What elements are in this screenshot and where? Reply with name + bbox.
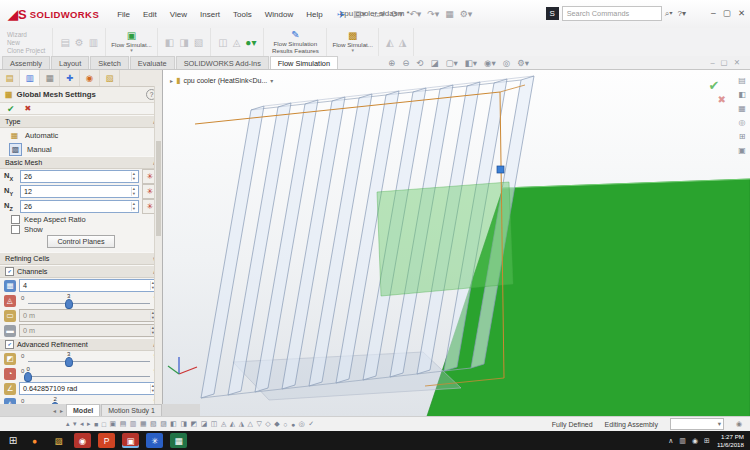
flow-tool-button[interactable]: ▾: [73, 420, 77, 428]
panel-tab-features[interactable]: ▤: [0, 70, 20, 86]
tree-caret-icon[interactable]: ▾: [270, 77, 273, 84]
flow-tool-button[interactable]: ✓: [308, 420, 314, 428]
domain-resize-handle[interactable]: [497, 166, 504, 173]
ribbon-icon-button[interactable]: ◧: [165, 37, 174, 48]
command-tab[interactable]: Assembly: [2, 56, 50, 69]
flow-results-features-button[interactable]: ✎ Flow Simulation Results Features: [264, 28, 327, 56]
flow-tool-button[interactable]: ◫: [211, 420, 218, 428]
spinner[interactable]: ▴▾: [131, 187, 135, 196]
flow-simulation-button-2[interactable]: ▩ Flow Simulat... ▾: [327, 28, 379, 56]
menu-item[interactable]: View: [164, 8, 193, 21]
section-type[interactable]: Type ∧: [0, 115, 162, 128]
flow-tool-button[interactable]: ◧: [170, 420, 177, 428]
window-control-button[interactable]: ▢: [723, 8, 731, 18]
flow-tool-button[interactable]: ▽: [256, 420, 261, 428]
search-input[interactable]: Search Commands: [562, 6, 662, 21]
flow-tool-button[interactable]: ▣: [110, 420, 117, 428]
panel-scrollbar[interactable]: [154, 86, 162, 404]
show-row[interactable]: Show: [0, 224, 162, 234]
flow-tool-button[interactable]: ○: [283, 421, 287, 428]
dock-tool-button[interactable]: ◎: [739, 118, 746, 127]
panel-tab-configurations[interactable]: ▦: [40, 70, 60, 86]
scrollbar-thumb[interactable]: [156, 141, 161, 236]
section-channels[interactable]: ✔ Channels ∧: [0, 265, 162, 278]
panel-tab-flow-analysis[interactable]: ▧: [100, 70, 120, 86]
flow-tool-button[interactable]: ◂: [80, 420, 84, 428]
flow-tool-button[interactable]: ◩: [191, 420, 198, 428]
flow-tool-button[interactable]: ◭: [230, 420, 235, 428]
menu-item[interactable]: Window: [259, 8, 299, 21]
taskbar-app-app-red-2[interactable]: ▣: [122, 433, 139, 448]
command-tab[interactable]: Layout: [51, 56, 89, 69]
view-tool-button[interactable]: ⚙▾: [517, 58, 529, 68]
flow-tool-button[interactable]: ◪: [201, 420, 208, 428]
3d-model-canvas[interactable]: [163, 70, 750, 416]
view-tool-button[interactable]: ◉▾: [484, 58, 496, 68]
curvature-slider[interactable]: 0 9 0: [20, 367, 158, 380]
view-tool-button[interactable]: ▢▾: [445, 58, 457, 68]
window-control-button[interactable]: –: [711, 8, 716, 18]
view-tool-button[interactable]: ⊖: [402, 58, 409, 68]
keep-aspect-ratio-row[interactable]: Keep Aspect Ratio: [0, 214, 162, 224]
ribbon-icon-button[interactable]: ◭: [386, 37, 394, 48]
flow-tool-button[interactable]: ◆: [274, 420, 279, 428]
command-tab[interactable]: Flow Simulation: [270, 56, 338, 69]
flow-tool-button[interactable]: ▥: [130, 420, 137, 428]
dock-tool-button[interactable]: ▤: [738, 76, 746, 85]
control-planes-button[interactable]: Control Planes: [47, 235, 114, 248]
spinner[interactable]: ▴▾: [131, 202, 135, 211]
nz-input[interactable]: 26 ▴▾: [20, 200, 139, 213]
menu-item[interactable]: Edit: [137, 8, 163, 21]
flow-tool-button[interactable]: ▨: [160, 420, 167, 428]
taskbar-app-app-green[interactable]: ▦: [170, 433, 187, 448]
ribbon-icon-button[interactable]: ◬: [233, 37, 241, 48]
doc-window-button[interactable]: ✕: [734, 58, 740, 67]
flow-tool-button[interactable]: ◎: [299, 420, 305, 428]
flow-tool-button[interactable]: ◮: [239, 420, 244, 428]
tab-scroll-right-icon[interactable]: ▸: [59, 407, 64, 414]
status-gear-icon[interactable]: ◉: [736, 420, 742, 428]
small-features-slider[interactable]: 0 9 3: [20, 352, 158, 365]
start-button[interactable]: ⊞: [0, 435, 26, 446]
confirm-cancel-icon[interactable]: ✖: [718, 94, 726, 105]
taskbar-app-explorer[interactable]: ▨: [50, 433, 67, 448]
dock-tool-button[interactable]: ⊞: [739, 132, 746, 141]
dock-tool-button[interactable]: ▦: [738, 104, 746, 113]
command-tab[interactable]: SOLIDWORKS Add-Ins: [176, 56, 269, 69]
model-tab[interactable]: Model: [66, 404, 100, 416]
cancel-button[interactable]: ✖: [25, 104, 32, 113]
tray-icon[interactable]: ⊞: [704, 437, 710, 445]
feature-tree-label[interactable]: cpu cooler (HeatSink<Du...: [183, 77, 267, 84]
slider-thumb[interactable]: [65, 299, 73, 309]
ribbon-icon-button[interactable]: ▥: [89, 37, 98, 48]
taskbar-app-app-blue[interactable]: ✳: [146, 433, 163, 448]
menu-item[interactable]: Insert: [194, 8, 226, 21]
menu-item[interactable]: Help: [300, 8, 328, 21]
curvature-criterion-input[interactable]: 0.642857109 rad ▴▾: [19, 382, 158, 395]
dock-tool-button[interactable]: ▣: [738, 146, 746, 155]
view-tool-button[interactable]: ◧▾: [465, 58, 477, 68]
channels-count-input[interactable]: 4 ▴▾: [19, 279, 158, 292]
panel-tab-appearances[interactable]: ◉: [80, 70, 100, 86]
taskbar-app-app-red-1[interactable]: ◉: [74, 433, 91, 448]
type-option-manual[interactable]: ▩ Manual: [0, 142, 162, 156]
command-tab[interactable]: Evaluate: [130, 56, 175, 69]
ribbon-stack-button[interactable]: Clone Project: [7, 47, 45, 54]
panel-tab-dimxpert[interactable]: ✚: [60, 70, 80, 86]
search-option-button[interactable]: ⌕▾: [665, 9, 673, 19]
doc-window-button[interactable]: ▢: [721, 58, 728, 67]
tab-scroll-left-icon[interactable]: ◂: [52, 407, 57, 414]
quick-access-button[interactable]: ▦: [445, 9, 454, 19]
flow-tool-button[interactable]: ●: [291, 421, 295, 428]
show-checkbox[interactable]: [11, 225, 20, 234]
quick-access-button[interactable]: ↷▾: [427, 9, 439, 19]
ny-input[interactable]: 12 ▴▾: [20, 185, 139, 198]
type-option-automatic[interactable]: ▦ Automatic: [0, 128, 162, 142]
menu-item[interactable]: File: [111, 8, 136, 21]
ribbon-icon-button[interactable]: ◨: [179, 37, 188, 48]
view-tool-button[interactable]: ⊕: [388, 58, 395, 68]
ribbon-stack-button[interactable]: New: [7, 39, 45, 46]
section-advanced-refinement[interactable]: ✔ Advanced Refinement ∧: [0, 338, 162, 351]
flow-simulation-button-1[interactable]: ▣ Flow Simulat... ▾: [106, 28, 158, 56]
panel-tab-property-manager[interactable]: ▥: [20, 70, 40, 86]
